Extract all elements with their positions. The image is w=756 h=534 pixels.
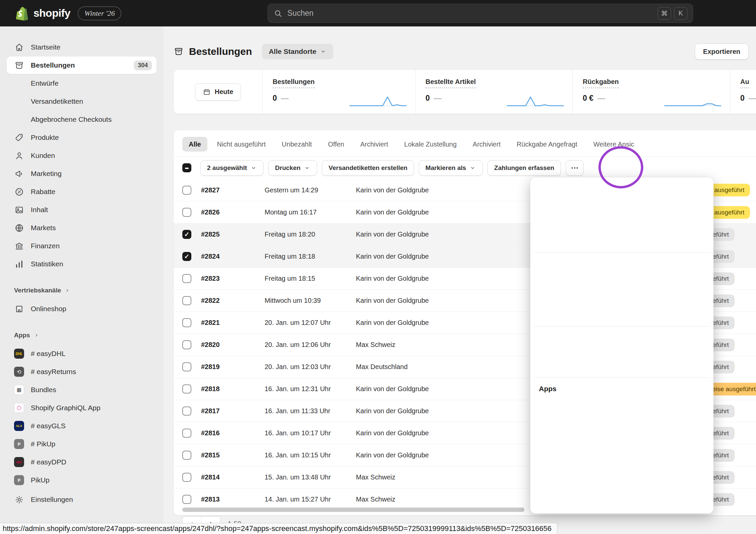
chevron-down-icon — [250, 165, 257, 171]
menu-item[interactable] — [534, 464, 710, 487]
row-checkbox[interactable] — [182, 451, 191, 460]
sidebar-item[interactable]: Kunden — [7, 147, 157, 164]
sidebar-item-icon — [14, 304, 24, 314]
row-checkbox[interactable] — [182, 407, 191, 416]
menu-item[interactable] — [534, 227, 710, 250]
view-tab[interactable]: Lokale Zustellung — [398, 137, 463, 152]
menu-item[interactable] — [534, 419, 710, 441]
metric-sparkline — [507, 94, 564, 108]
bulk-action-button[interactable]: Drucken — [268, 160, 317, 176]
view-tab[interactable]: Unbezahlt — [275, 137, 318, 152]
view-tab[interactable]: Rückgabe Angefragt — [510, 137, 583, 152]
order-date: Freitag um 18:20 — [265, 231, 356, 238]
sidebar-section-channels[interactable]: Vertriebskanäle — [7, 281, 157, 299]
view-tab[interactable]: Archiviert — [466, 137, 507, 152]
menu-item[interactable] — [534, 255, 710, 278]
sidebar-app-item[interactable]: ⟲ # easyReturns — [7, 363, 157, 380]
menu-item[interactable] — [534, 301, 710, 324]
row-checkbox[interactable] — [182, 473, 191, 482]
row-checkbox[interactable] — [182, 340, 191, 349]
horizontal-scrollbar[interactable] — [182, 508, 525, 512]
order-number: #2824 — [201, 253, 265, 260]
search-input[interactable]: Suchen ⌘K — [268, 4, 693, 23]
menu-item[interactable] — [534, 396, 710, 419]
sidebar-item-label: Onlineshop — [31, 305, 66, 313]
order-number: #2813 — [201, 496, 265, 503]
export-button[interactable]: Exportieren — [695, 43, 749, 60]
sidebar-item[interactable]: Entwürfe — [7, 75, 157, 92]
sidebar-item[interactable]: Markets — [7, 219, 157, 237]
order-date: Mittwoch um 10:39 — [265, 297, 356, 304]
sidebar-item[interactable]: Finanzen — [7, 237, 157, 255]
sidebar-app-item[interactable]: P # PikUp — [7, 435, 157, 453]
order-number: #2819 — [201, 363, 265, 371]
select-all-checkbox[interactable] — [182, 163, 191, 172]
metric-cell: Au 0 — — [730, 70, 756, 114]
sidebar-item[interactable]: Statistiken — [7, 255, 157, 273]
view-tab[interactable]: Archiviert — [354, 137, 394, 152]
shopify-home-link[interactable]: shopify — [0, 6, 70, 21]
sidebar-item[interactable]: Bestellungen 304 — [7, 57, 157, 74]
metric-title: Bestellungen — [273, 78, 315, 88]
selected-count-dropdown[interactable]: 2 ausgewählt — [200, 160, 264, 176]
view-tab[interactable]: Weitere Ansic — [587, 137, 641, 152]
view-tab[interactable]: Nicht ausgeführt — [211, 137, 272, 152]
row-checkbox[interactable] — [182, 429, 191, 438]
menu-item[interactable] — [534, 329, 710, 352]
sidebar-item[interactable]: Inhalt — [7, 201, 157, 218]
menu-item[interactable] — [534, 352, 710, 375]
row-checkbox[interactable] — [182, 186, 191, 195]
row-checkbox[interactable] — [182, 296, 191, 305]
row-checkbox[interactable] — [182, 318, 191, 327]
sidebar-item[interactable]: Onlineshop — [7, 300, 157, 318]
menu-item[interactable] — [534, 181, 710, 204]
more-actions-button[interactable] — [566, 160, 584, 176]
row-checkbox[interactable] — [182, 208, 191, 217]
row-checkbox[interactable] — [182, 384, 191, 393]
sidebar-app-item[interactable]: DHL # easyDHL — [7, 345, 157, 362]
sidebar-item-label: PikUp — [31, 476, 50, 484]
sidebar-item[interactable]: Abgebrochene Checkouts — [7, 111, 157, 128]
bulk-action-button[interactable]: Versandetiketten erstellen — [322, 160, 414, 176]
sidebar-item[interactable]: Rabatte — [7, 183, 157, 200]
sidebar-app-item[interactable]: P PikUp — [7, 471, 157, 489]
menu-item[interactable] — [534, 487, 710, 510]
row-checkbox[interactable] — [182, 274, 191, 283]
row-checkbox[interactable] — [182, 495, 191, 504]
sidebar-app-item[interactable]: ⬡ Shopify GraphiQL App — [7, 399, 157, 417]
sidebar-item-settings[interactable]: Einstellungen — [7, 491, 157, 508]
order-date: 16. Jan. um 12:31 Uhr — [265, 385, 356, 393]
sidebar-section-apps[interactable]: Apps — [7, 326, 157, 344]
metric-title: Rückgaben — [583, 78, 619, 88]
order-date: 16. Jan. um 10:17 Uhr — [265, 429, 356, 437]
view-tab[interactable]: Offen — [321, 137, 351, 152]
app-icon: ⟲ — [14, 367, 24, 377]
location-filter-dropdown[interactable]: Alle Standorte — [262, 44, 333, 59]
sidebar-item-icon — [14, 42, 24, 52]
sidebar-item-label: # easyDHL — [31, 350, 66, 358]
menu-item[interactable] — [534, 441, 710, 464]
order-customer: Max Schweiz — [356, 473, 500, 481]
sidebar-item[interactable]: Produkte — [7, 129, 157, 146]
menu-item[interactable] — [534, 204, 710, 227]
row-checkbox[interactable] — [182, 362, 191, 371]
sidebar-app-item[interactable]: dpd # easyDPD — [7, 453, 157, 471]
sidebar-item[interactable]: Startseite — [7, 38, 157, 56]
sidebar-item[interactable]: Marketing — [7, 165, 157, 182]
sidebar-app-item[interactable]: GLS # easyGLS — [7, 417, 157, 435]
row-checkbox[interactable] — [182, 252, 191, 261]
bulk-action-button[interactable]: Markieren als — [419, 160, 483, 176]
view-tab[interactable]: Alle — [182, 137, 207, 152]
sidebar-item[interactable]: Versandetiketten — [7, 93, 157, 110]
menu-section — [534, 252, 710, 324]
row-checkbox[interactable] — [182, 230, 191, 239]
menu-item[interactable] — [534, 278, 710, 301]
metric-value: 0 € — [583, 94, 593, 103]
bulk-action-button[interactable]: Zahlungen erfassen — [487, 160, 561, 176]
chevron-down-icon — [320, 48, 326, 55]
order-customer: Karin von der Goldgrube — [356, 253, 500, 260]
sidebar-item-label: Statistiken — [31, 260, 63, 268]
date-range-button[interactable]: Heute — [195, 83, 241, 101]
sidebar-section-label: Apps — [14, 332, 30, 339]
sidebar-app-item[interactable]: ▦ Bundles — [7, 381, 157, 398]
